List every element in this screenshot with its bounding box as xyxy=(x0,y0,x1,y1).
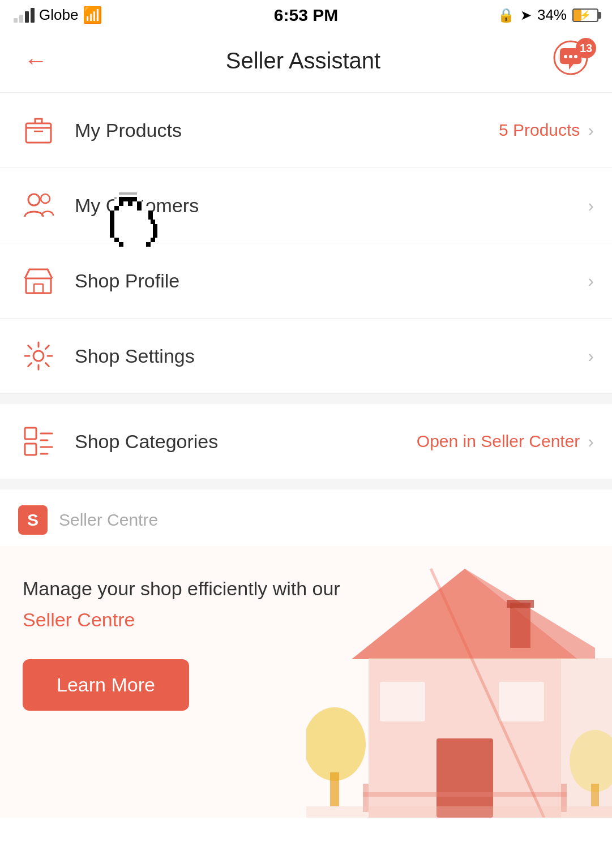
customers-icon xyxy=(18,185,59,226)
svg-rect-31 xyxy=(591,784,599,806)
svg-rect-25 xyxy=(436,738,493,818)
carrier-name: Globe xyxy=(39,6,78,24)
svg-rect-8 xyxy=(26,278,51,293)
menu-item-my-products[interactable]: My Products 5 Products › xyxy=(0,93,612,168)
status-time: 6:53 PM xyxy=(274,6,338,25)
battery-icon: ⚡ xyxy=(572,8,598,22)
categories-icon xyxy=(18,421,59,462)
menu-item-shop-settings[interactable]: Shop Settings › xyxy=(0,319,612,394)
status-right: 🔒 ➤ 34% ⚡ xyxy=(498,6,598,24)
section-divider xyxy=(0,394,612,404)
chevron-icon: › xyxy=(588,270,594,291)
menu-item-shop-profile[interactable]: Shop Profile › xyxy=(0,243,612,319)
location-icon: ➤ xyxy=(520,7,532,23)
box-icon xyxy=(18,110,59,151)
menu-item-my-customers[interactable]: My Customers › xyxy=(0,168,612,243)
menu-item-shop-categories[interactable]: Shop Categories Open in Seller Center › xyxy=(0,404,612,479)
chevron-icon: › xyxy=(588,195,594,216)
svg-rect-9 xyxy=(34,284,43,293)
wifi-icon: 📶 xyxy=(83,6,102,24)
menu-list: My Products 5 Products › My Customers › xyxy=(0,93,612,394)
my-customers-label: My Customers xyxy=(75,195,585,217)
shop-categories-right: Open in Seller Center › xyxy=(417,431,594,452)
header: ← Seller Assistant 13 xyxy=(0,29,612,93)
shop-profile-right: › xyxy=(585,270,594,291)
seller-centre-title: Manage your shop efficiently with our xyxy=(23,574,589,603)
shop-categories-label: Shop Categories xyxy=(75,431,417,453)
svg-rect-5 xyxy=(26,123,51,143)
status-left: Globe 📶 xyxy=(14,6,102,24)
settings-icon xyxy=(18,336,59,376)
svg-point-10 xyxy=(33,351,44,361)
shop-icon xyxy=(18,260,59,301)
shop-profile-label: Shop Profile xyxy=(75,270,585,292)
back-button[interactable]: ← xyxy=(18,46,53,75)
seller-centre-icon: S xyxy=(18,505,48,535)
open-seller-center: Open in Seller Center xyxy=(417,432,580,451)
svg-rect-29 xyxy=(330,772,339,806)
svg-point-3 xyxy=(569,55,572,58)
section-divider-2 xyxy=(0,479,612,489)
page-title: Seller Assistant xyxy=(53,48,553,74)
chevron-icon: › xyxy=(588,346,594,367)
svg-text:S: S xyxy=(27,510,38,529)
notification-badge: 13 xyxy=(576,38,596,58)
my-customers-right: › xyxy=(585,195,594,216)
seller-centre-section: S Seller Centre xyxy=(0,489,612,818)
chevron-icon: › xyxy=(588,431,594,452)
my-products-label: My Products xyxy=(75,119,499,141)
products-count: 5 Products xyxy=(499,121,580,140)
lock-icon: 🔒 xyxy=(498,7,515,23)
svg-point-2 xyxy=(564,55,567,58)
chevron-icon: › xyxy=(588,120,594,141)
svg-point-6 xyxy=(28,194,40,205)
svg-point-4 xyxy=(574,55,577,58)
signal-icon xyxy=(14,8,35,23)
seller-centre-text: Manage your shop efficiently with our Se… xyxy=(0,546,612,733)
learn-more-button[interactable]: Learn More xyxy=(23,659,189,711)
svg-point-7 xyxy=(41,194,50,203)
svg-rect-38 xyxy=(306,806,612,818)
seller-centre-card: Manage your shop efficiently with our Se… xyxy=(0,546,612,818)
shop-settings-right: › xyxy=(585,346,594,367)
my-products-right: 5 Products › xyxy=(499,120,594,141)
status-bar: Globe 📶 6:53 PM 🔒 ➤ 34% ⚡ xyxy=(0,0,612,29)
shop-categories-section: Shop Categories Open in Seller Center › xyxy=(0,404,612,479)
battery-percentage: 34% xyxy=(537,6,567,24)
svg-rect-11 xyxy=(25,428,36,439)
seller-centre-header: S Seller Centre xyxy=(0,489,612,546)
svg-rect-34 xyxy=(363,792,567,797)
seller-centre-section-label: Seller Centre xyxy=(59,510,158,530)
chat-button[interactable]: 13 xyxy=(553,40,594,81)
seller-centre-highlight: Seller Centre xyxy=(23,609,589,631)
shop-settings-label: Shop Settings xyxy=(75,345,585,367)
svg-rect-12 xyxy=(25,444,36,455)
